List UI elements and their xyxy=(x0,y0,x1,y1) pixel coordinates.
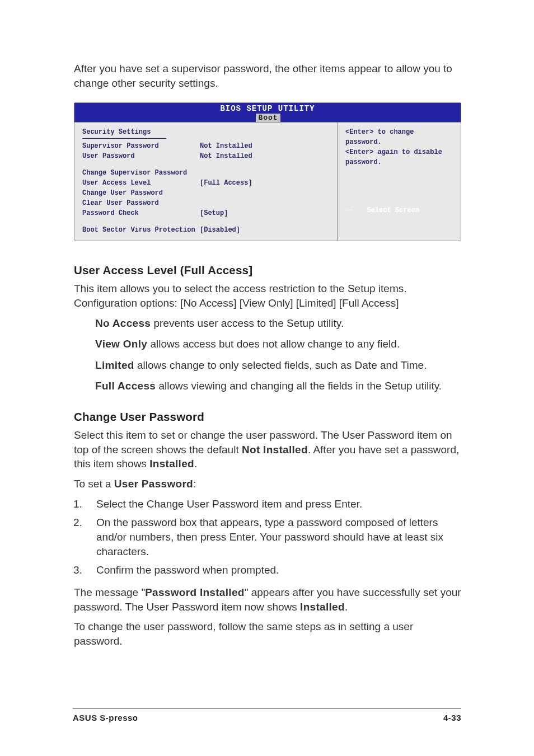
arrow-icon: ←→ xyxy=(345,205,351,215)
bold-label: Installed xyxy=(300,601,345,613)
bold-label: User Password xyxy=(114,478,193,490)
intro-paragraph: After you have set a supervisor password… xyxy=(74,62,461,90)
paragraph: To change the user password, follow the … xyxy=(74,619,461,648)
paragraph: Select this item to set or change the us… xyxy=(74,428,461,471)
bios-row-label: Boot Sector Virus Protection xyxy=(82,225,200,235)
bios-left-pane: Security Settings Supervisor Password No… xyxy=(74,123,338,241)
bios-help-text: <Enter> again to disable password. xyxy=(345,147,453,167)
bold-label: Full Access xyxy=(95,380,156,392)
heading-user-access-level: User Access Level (Full Access] xyxy=(74,264,461,277)
bios-help-text: <Enter> to change password. xyxy=(345,127,453,147)
heading-change-user-password: Change User Password xyxy=(74,410,461,424)
text-span: : xyxy=(193,478,196,490)
option-text: allows viewing and changing all the fiel… xyxy=(156,380,442,392)
bold-label: Limited xyxy=(95,359,134,371)
option-text: allows change to only selected fields, s… xyxy=(134,359,427,371)
paragraph: The message "Password Installed" appears… xyxy=(74,585,461,614)
bold-label: Password Installed xyxy=(145,586,245,598)
bios-screenshot: BIOS SETUP UTILITY Boot Security Setting… xyxy=(74,102,461,241)
bold-label: Not Installed xyxy=(242,444,308,456)
bios-row-label: User Access Level xyxy=(82,178,200,188)
text-span: The message " xyxy=(74,586,145,598)
option-view-only: View Only allows access but does not all… xyxy=(95,337,461,351)
bios-row-label: Supervisor Password xyxy=(82,141,200,151)
bios-row-value: [Setup] xyxy=(200,208,329,218)
bios-row-label: User Password xyxy=(82,151,200,161)
paragraph: This item allows you to select the acces… xyxy=(74,281,461,310)
footer-left: ASUS S-presso xyxy=(73,713,138,722)
bios-right-pane: <Enter> to change password. <Enter> agai… xyxy=(338,123,461,241)
bios-row-label: Clear User Password xyxy=(82,198,200,208)
bold-label: No Access xyxy=(95,317,151,329)
option-limited: Limited allows change to only selected f… xyxy=(95,358,461,373)
bios-tab-boot: Boot xyxy=(256,114,280,122)
bios-nav-text: Select Screen xyxy=(367,205,419,215)
bios-row-value: Not Installed xyxy=(200,141,329,151)
paragraph: To set a User Password: xyxy=(74,477,461,491)
bios-row-label: Password Check xyxy=(82,208,200,218)
bios-section-title: Security Settings xyxy=(82,127,329,137)
option-full-access: Full Access allows viewing and changing … xyxy=(95,379,461,393)
bold-label: Installed xyxy=(149,458,194,469)
bios-row-label: Change Supervisor Password xyxy=(82,168,200,178)
option-text: allows access but does not allow change … xyxy=(147,338,400,350)
bios-row-value: [Disabled] xyxy=(200,225,329,235)
bios-header: BIOS SETUP UTILITY Boot xyxy=(74,103,461,122)
option-no-access: No Access prevents user access to the Se… xyxy=(95,316,461,331)
footer-right: 4-33 xyxy=(443,713,461,722)
bios-underline xyxy=(82,138,166,139)
option-text: prevents user access to the Setup utilit… xyxy=(151,317,344,329)
bios-title: BIOS SETUP UTILITY xyxy=(220,104,315,113)
steps-list: Select the Change User Password item and… xyxy=(85,497,461,577)
bios-row-value: Not Installed xyxy=(200,151,329,161)
list-item: Select the Change User Password item and… xyxy=(85,497,461,511)
text-span: . xyxy=(194,458,197,469)
list-item: Confirm the password when prompted. xyxy=(85,563,461,577)
bios-row-label: Change User Password xyxy=(82,188,200,198)
page-footer: ASUS S-presso 4-33 xyxy=(73,708,461,722)
bios-row-value: [Full Access] xyxy=(200,178,329,188)
list-item: On the password box that appears, type a… xyxy=(85,515,461,558)
bold-label: View Only xyxy=(95,338,147,350)
option-descriptions: No Access prevents user access to the Se… xyxy=(95,316,461,394)
bios-nav-hint: ←→ Select Screen xyxy=(345,205,453,215)
text-span: To set a xyxy=(74,478,114,490)
text-span: . xyxy=(345,601,348,613)
